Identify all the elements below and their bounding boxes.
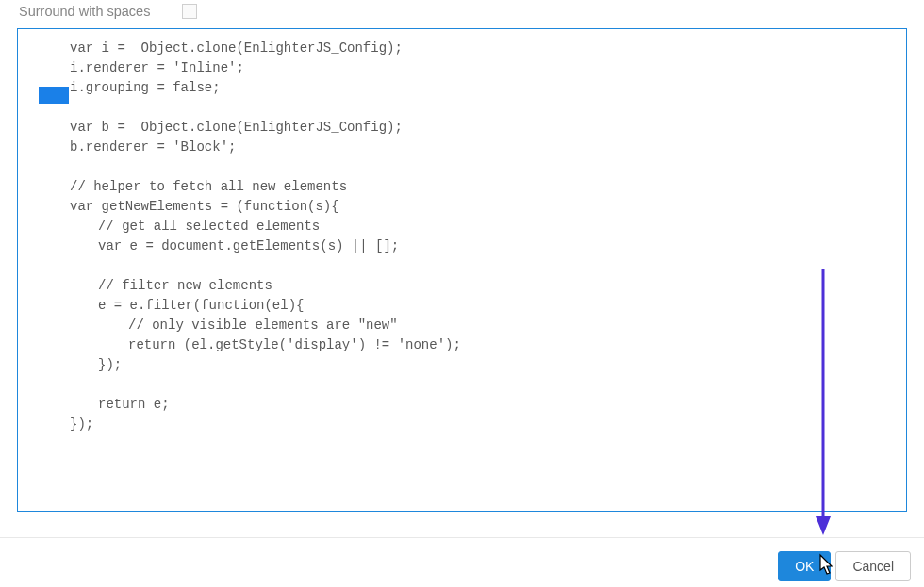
code-line: });	[18, 355, 906, 375]
code-line: i.renderer = 'Inline';	[18, 58, 906, 78]
code-line	[18, 98, 906, 118]
ok-button[interactable]: OK	[778, 551, 831, 581]
code-content: var i = Object.clone(EnlighterJS_Config)…	[18, 29, 906, 444]
dialog-buttons: OK Cancel	[778, 551, 911, 581]
code-line: var i = Object.clone(EnlighterJS_Config)…	[18, 39, 906, 58]
code-line: i.grouping = false;	[18, 78, 906, 98]
code-line	[18, 157, 906, 177]
code-line: // only visible elements are "new"	[18, 316, 906, 335]
option-row: Surround with spaces	[0, 0, 924, 28]
code-line: var getNewElements = (function(s){	[18, 197, 906, 217]
code-line: e = e.filter(function(el){	[18, 296, 906, 316]
surround-spaces-label: Surround with spaces	[19, 4, 150, 19]
code-line: b.renderer = 'Block';	[18, 138, 906, 157]
cancel-button[interactable]: Cancel	[835, 551, 911, 581]
svg-marker-1	[816, 516, 831, 535]
footer-divider	[0, 537, 924, 538]
code-line: // filter new elements	[18, 276, 906, 296]
code-line: var b = Object.clone(EnlighterJS_Config)…	[18, 118, 906, 138]
code-line: // get all selected elements	[18, 217, 906, 236]
surround-spaces-checkbox[interactable]	[182, 4, 197, 19]
code-textarea[interactable]: var i = Object.clone(EnlighterJS_Config)…	[17, 28, 907, 512]
code-line: });	[18, 415, 906, 434]
code-line: return (el.getStyle('display') != 'none'…	[18, 335, 906, 355]
code-line: // helper to fetch all new elements	[18, 177, 906, 197]
code-line: var e = document.getElements(s) || [];	[18, 236, 906, 256]
code-line	[18, 375, 906, 395]
code-line	[18, 256, 906, 276]
code-line: return e;	[18, 395, 906, 415]
